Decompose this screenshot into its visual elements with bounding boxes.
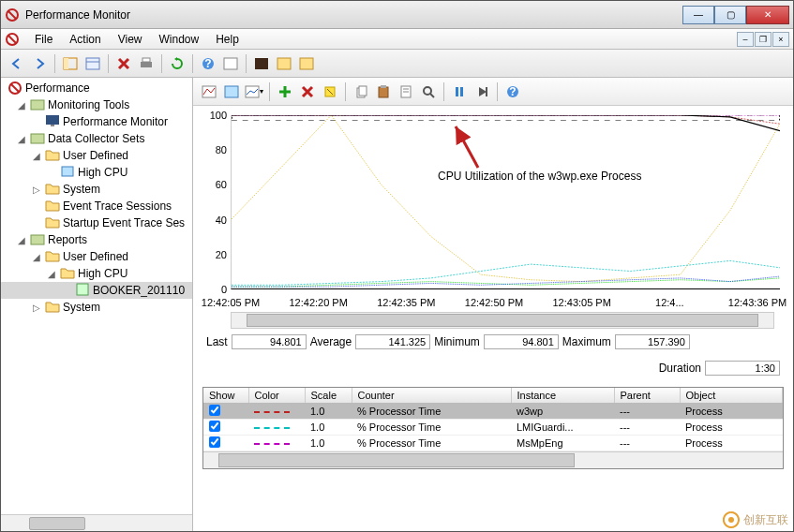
- cell-counter: % Processor Time: [352, 436, 511, 451]
- mdi-restore[interactable]: ❐: [755, 32, 772, 47]
- min-value: 94.801: [484, 334, 559, 349]
- col-object[interactable]: Object: [680, 388, 783, 404]
- svg-rect-30: [359, 86, 367, 96]
- zoom-button[interactable]: [418, 81, 439, 102]
- chart-help-button[interactable]: ?: [502, 81, 523, 102]
- tree-node-system2[interactable]: ▷System: [1, 299, 192, 316]
- menu-window[interactable]: Window: [152, 31, 207, 48]
- tree-node-highcpu1[interactable]: High CPU: [1, 164, 192, 181]
- tree: Performance ◢Monitoring Tools Performanc…: [1, 78, 192, 318]
- back-button[interactable]: [7, 53, 27, 74]
- avg-label: Average: [310, 335, 352, 348]
- dur-label: Duration: [659, 362, 701, 375]
- svg-rect-6: [86, 58, 99, 69]
- freeze-button[interactable]: [449, 81, 470, 102]
- close-button[interactable]: ✕: [746, 6, 789, 24]
- view-graph-button[interactable]: [199, 81, 219, 102]
- x-tick: 12:42:05 PM: [202, 297, 260, 308]
- tree-label: Performance Monitor: [63, 115, 168, 128]
- delete-button[interactable]: [113, 53, 134, 74]
- col-scale[interactable]: Scale: [305, 388, 352, 404]
- body: Performance ◢Monitoring Tools Performanc…: [1, 78, 793, 531]
- mdi-minimize[interactable]: –: [737, 32, 754, 47]
- add-counter-button[interactable]: [275, 81, 295, 102]
- col-parent[interactable]: Parent: [614, 388, 680, 404]
- svg-rect-32: [381, 85, 386, 88]
- minimize-button[interactable]: —: [682, 6, 714, 24]
- svg-rect-31: [379, 87, 388, 97]
- svg-rect-38: [456, 87, 458, 96]
- report-icon: [75, 283, 90, 298]
- refresh-button[interactable]: [167, 53, 187, 74]
- tree-label: BOOKER_201110: [93, 284, 185, 297]
- view-histogram-button[interactable]: [221, 81, 242, 102]
- menubar: File Action View Window Help – ❐ ×: [1, 29, 793, 50]
- col-instance[interactable]: Instance: [511, 388, 614, 404]
- help-button[interactable]: ?: [198, 53, 218, 74]
- mdi-close[interactable]: ×: [772, 32, 789, 47]
- maximize-button[interactable]: ▢: [714, 6, 746, 24]
- col-counter[interactable]: Counter: [352, 388, 511, 404]
- svg-rect-26: [225, 86, 238, 97]
- stats-row-2: Duration 1:30: [193, 355, 793, 381]
- svg-line-1: [8, 11, 16, 19]
- paste-button[interactable]: [373, 81, 394, 102]
- cell-parent: ---: [614, 436, 680, 451]
- copy-button[interactable]: [351, 81, 371, 102]
- show-checkbox[interactable]: [209, 405, 220, 416]
- tree-node-perfmon[interactable]: Performance Monitor: [1, 113, 192, 130]
- svg-rect-19: [46, 115, 59, 125]
- tree-node-report-selected[interactable]: BOOKER_201110: [1, 282, 192, 299]
- x-tick: 12:42:50 PM: [465, 297, 523, 308]
- menu-file[interactable]: File: [27, 31, 60, 48]
- table-row[interactable]: 1.0 % Processor Time LMIGuardi... --- Pr…: [203, 420, 783, 436]
- highlight-button[interactable]: [320, 81, 340, 102]
- show-checkbox[interactable]: [209, 421, 220, 432]
- menu-view[interactable]: View: [111, 31, 150, 48]
- cell-instance: w3wp: [511, 404, 614, 420]
- y-tick: 40: [199, 214, 227, 226]
- tool-icon-2[interactable]: [251, 53, 272, 74]
- tree-node-reports[interactable]: ◢Reports: [1, 231, 192, 248]
- tree-node-system1[interactable]: ▷System: [1, 181, 192, 198]
- svg-line-17: [11, 84, 19, 92]
- tool-icon-1[interactable]: [220, 53, 241, 74]
- table-row[interactable]: 1.0 % Processor Time MsMpEng --- Process: [203, 436, 783, 451]
- color-swatch: [254, 443, 290, 445]
- svg-rect-14: [277, 58, 291, 69]
- col-color[interactable]: Color: [248, 388, 305, 404]
- tree-label: Reports: [48, 233, 87, 246]
- tool-icon-3[interactable]: [274, 53, 294, 74]
- show-checkbox[interactable]: [209, 436, 220, 448]
- last-value: 94.801: [232, 334, 307, 349]
- tree-scrollbar[interactable]: [1, 514, 192, 531]
- print-button[interactable]: [136, 53, 157, 74]
- table-row[interactable]: 1.0 % Processor Time w3wp --- Process: [203, 404, 783, 420]
- menu-action[interactable]: Action: [62, 31, 108, 48]
- watermark-text: 创新互联: [743, 512, 788, 528]
- view-report-button[interactable]: ▾: [244, 81, 264, 102]
- remove-counter-button[interactable]: [297, 81, 318, 102]
- menu-help[interactable]: Help: [208, 31, 247, 48]
- table-header-row[interactable]: Show Color Scale Counter Instance Parent…: [203, 388, 783, 404]
- chart[interactable]: CPU Utilization of the w3wp.exe Process …: [199, 111, 784, 308]
- tree-node-monitoring[interactable]: ◢Monitoring Tools: [1, 96, 192, 113]
- tree-node-dcs[interactable]: ◢Data Collector Sets: [1, 130, 192, 147]
- show-hide-tree-button[interactable]: [60, 53, 81, 74]
- tool-icon-4[interactable]: [296, 53, 317, 74]
- properties-button[interactable]: [82, 53, 103, 74]
- tree-node-highcpu2[interactable]: ◢High CPU: [1, 265, 192, 282]
- counters-scrollbar[interactable]: [203, 451, 783, 468]
- tree-node-ets[interactable]: Event Trace Sessions: [1, 198, 192, 214]
- properties-chart-button[interactable]: [396, 81, 416, 102]
- svg-line-3: [8, 36, 16, 43]
- update-button[interactable]: [472, 81, 492, 102]
- forward-button[interactable]: [29, 53, 50, 74]
- tree-node-sets[interactable]: Startup Event Trace Ses: [1, 214, 192, 231]
- tree-node-userdef2[interactable]: ◢User Defined: [1, 248, 192, 265]
- tree-node-userdef1[interactable]: ◢User Defined: [1, 147, 192, 164]
- perfmon-icon: [7, 81, 22, 96]
- chart-scrollbar[interactable]: [231, 312, 774, 329]
- tree-root[interactable]: Performance: [1, 80, 192, 96]
- col-show[interactable]: Show: [203, 388, 248, 404]
